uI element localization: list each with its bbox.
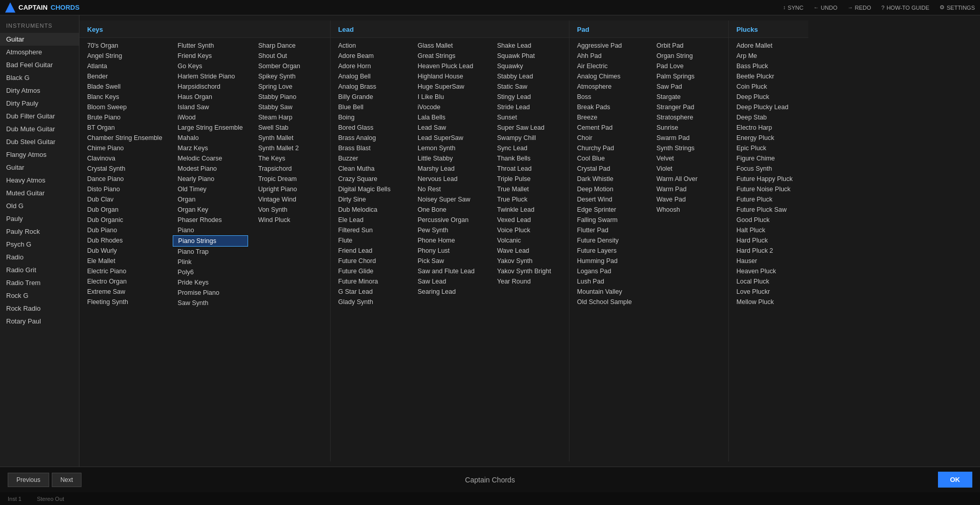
list-item[interactable]: Heaven Pluck Lead [413, 61, 487, 71]
list-item[interactable]: Phaser Rhodes [173, 215, 248, 225]
list-item[interactable]: Tropic Dream [253, 174, 328, 184]
list-item[interactable]: Angel String [82, 51, 168, 61]
list-item[interactable]: Whoosh [651, 205, 726, 215]
list-item[interactable]: Adore Horn [333, 61, 407, 71]
list-item[interactable]: Shake Lead [492, 41, 566, 51]
list-item[interactable]: Crazy Square [333, 174, 407, 184]
list-item[interactable]: Brass Analog [333, 133, 407, 143]
list-item[interactable]: Saw and Flute Lead [413, 266, 487, 276]
list-item[interactable]: Trapsichord [253, 164, 328, 174]
list-item[interactable]: Pew Synth [413, 225, 487, 235]
list-item[interactable]: Glass Mallet [413, 41, 487, 51]
list-item[interactable]: Humming Pad [572, 256, 646, 266]
list-item[interactable]: Vexed Lead [492, 215, 566, 225]
list-item[interactable]: Glady Synth [333, 297, 407, 307]
list-item[interactable]: Cement Pad [572, 123, 646, 133]
list-item[interactable]: Yakov Synth Bright [492, 266, 566, 276]
list-item[interactable]: Stargate [651, 92, 726, 102]
list-item[interactable]: Billy Grande [333, 92, 407, 102]
list-item[interactable]: Nearly Piano [173, 174, 248, 184]
list-item[interactable]: Epic Pluck [731, 143, 806, 153]
list-item[interactable]: Dub Melodica [333, 205, 407, 215]
list-item[interactable]: Organ Key [173, 205, 248, 215]
list-item[interactable]: Coin Pluck [731, 82, 806, 92]
list-item[interactable]: Warm Pad [651, 184, 726, 194]
list-item[interactable]: Bored Glass [333, 123, 407, 133]
list-item[interactable]: Palm Springs [651, 71, 726, 82]
list-item[interactable]: Mountain Valley [572, 287, 646, 297]
list-item[interactable]: Piano [173, 225, 248, 235]
list-item[interactable]: Plink [173, 257, 248, 267]
list-item[interactable]: Haus Organ [173, 92, 248, 102]
list-item[interactable]: Wind Pluck [253, 215, 328, 225]
list-item[interactable]: Yakov Synth [492, 256, 566, 266]
list-item[interactable]: Deep Motion [572, 184, 646, 194]
sidebar-item-radio[interactable]: Radio [0, 251, 79, 264]
list-item[interactable]: True Mallet [492, 184, 566, 194]
list-item[interactable]: Electro Harp [731, 123, 806, 133]
prev-button[interactable]: Previous [8, 473, 49, 487]
list-item[interactable]: Poly6 [173, 267, 248, 277]
list-item[interactable]: Ele Mallet [82, 256, 168, 266]
list-item[interactable]: Buzzer [333, 153, 407, 164]
list-item[interactable]: Flute [333, 235, 407, 246]
list-item[interactable]: BT Organ [82, 123, 168, 133]
list-item[interactable]: Falling Swarm [572, 215, 646, 225]
list-item[interactable]: Breeze [572, 112, 646, 123]
list-item[interactable]: Ahh Pad [572, 51, 646, 61]
list-item[interactable]: Halt Pluck [731, 225, 806, 235]
list-item[interactable]: Huge SuperSaw [413, 82, 487, 92]
list-item[interactable]: Dub Rhodes [82, 235, 168, 246]
list-item[interactable]: Synth Mallet [253, 133, 328, 143]
list-item[interactable]: Dub Wurly [82, 246, 168, 256]
settings-nav-item[interactable]: ⚙ SETTINGS [940, 4, 975, 11]
list-item[interactable]: iWood [173, 112, 248, 123]
list-item[interactable]: Clavinova [82, 153, 168, 164]
list-item[interactable]: Island Saw [173, 102, 248, 112]
list-item[interactable]: Future Pluck Saw [731, 205, 806, 215]
list-item[interactable]: Future Minora [333, 276, 407, 287]
list-item[interactable]: Percussive Organ [413, 215, 487, 225]
list-item[interactable]: Fleeting Synth [82, 297, 168, 307]
list-item[interactable]: Stride Lead [492, 102, 566, 112]
list-item[interactable]: Mellow Pluck [731, 297, 806, 307]
list-item[interactable]: Focus Synth [731, 164, 806, 174]
sidebar-item-radio-trem[interactable]: Radio Trem [0, 276, 79, 289]
list-item[interactable]: Ele Lead [333, 215, 407, 225]
sidebar-item-dirty-pauly[interactable]: Dirty Pauly [0, 97, 79, 110]
undo-nav-item[interactable]: ← UNDO [813, 5, 837, 11]
list-item[interactable]: Violet [651, 164, 726, 174]
list-item[interactable]: Swampy Chill [492, 133, 566, 143]
list-item[interactable]: Organ [173, 194, 248, 205]
list-item[interactable]: Large String Ensemble [173, 123, 248, 133]
list-item[interactable]: Saw Synth [173, 298, 248, 308]
list-item[interactable]: Voice Pluck [492, 225, 566, 235]
list-item[interactable]: Noisey Super Saw [413, 194, 487, 205]
list-item[interactable]: Harlem Stride Piano [173, 71, 248, 82]
list-item[interactable]: Stratosphere [651, 112, 726, 123]
list-item[interactable]: Sync Lead [492, 143, 566, 153]
list-item[interactable]: Velvet [651, 153, 726, 164]
sync-nav-item[interactable]: ↕ SYNC [783, 5, 804, 11]
list-item[interactable]: Sunrise [651, 123, 726, 133]
list-item[interactable]: Dub Piano [82, 225, 168, 235]
list-item[interactable]: Churchy Pad [572, 143, 646, 153]
list-item[interactable]: Throat Lead [492, 164, 566, 174]
list-item[interactable]: Figure Chime [731, 153, 806, 164]
list-item[interactable]: Somber Organ [253, 61, 328, 71]
list-item[interactable]: Saw Lead [413, 276, 487, 287]
list-item[interactable]: Spikey Synth [253, 71, 328, 82]
list-item[interactable]: 70's Organ [82, 41, 168, 51]
list-item[interactable]: Pad Love [651, 61, 726, 71]
list-item[interactable]: Aggressive Pad [572, 41, 646, 51]
list-item[interactable]: Melodic Coarse [173, 153, 248, 164]
list-item[interactable]: Analog Bell [333, 71, 407, 82]
list-item[interactable]: Logans Pad [572, 266, 646, 276]
list-item[interactable]: Stabby Piano [253, 92, 328, 102]
list-item[interactable]: Chime Piano [82, 143, 168, 153]
list-item[interactable]: Vintage Wind [253, 194, 328, 205]
list-item[interactable]: Old School Sample [572, 297, 646, 307]
list-item[interactable]: Boss [572, 92, 646, 102]
list-item[interactable]: Clean Mutha [333, 164, 407, 174]
list-item[interactable]: Pride Keys [173, 277, 248, 288]
